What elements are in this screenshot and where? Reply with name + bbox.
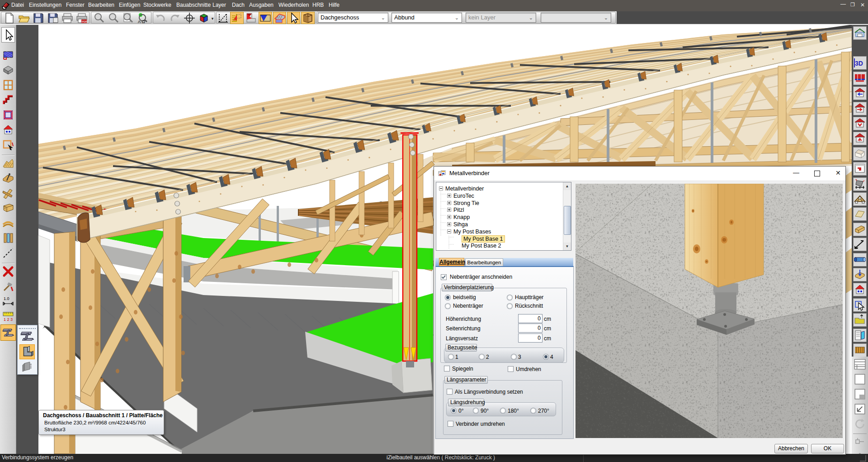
- svg-text:PDF: PDF: [82, 20, 87, 23]
- svg-text:3D: 3D: [855, 60, 863, 67]
- svg-text:1.0: 1.0: [4, 296, 9, 301]
- svg-text:A-Ω: A-Ω: [138, 19, 145, 24]
- svg-text:1 2 3: 1 2 3: [4, 317, 13, 322]
